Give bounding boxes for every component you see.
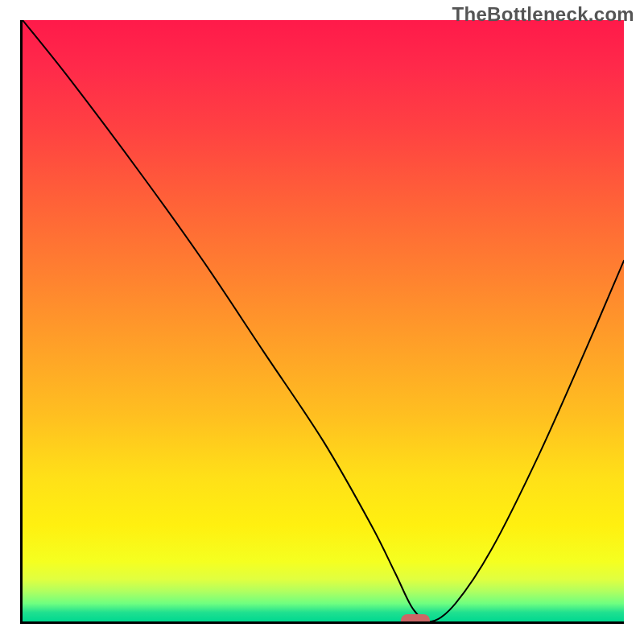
bottleneck-curve xyxy=(23,20,624,621)
plot-area xyxy=(20,20,624,624)
optimal-point-marker xyxy=(401,614,430,624)
curve-path xyxy=(23,20,624,621)
chart-container: TheBottleneck.com xyxy=(0,0,644,644)
watermark-text: TheBottleneck.com xyxy=(452,3,634,26)
